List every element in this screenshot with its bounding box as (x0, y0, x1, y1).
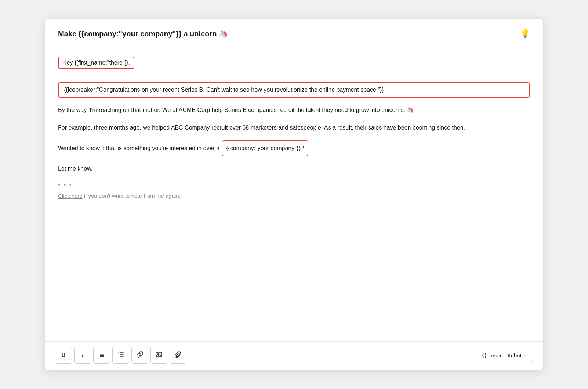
unsubscribe-rest: if you don't want to hear from me again. (83, 193, 181, 199)
image-button[interactable] (150, 347, 167, 364)
bold-icon: B (61, 352, 66, 359)
icebreaker-highlighted-block[interactable]: {{icebreaker:"Congratulations on your re… (58, 82, 530, 98)
insert-attribute-label: Insert attribute (489, 352, 525, 359)
email-editor-modal: Make {{company:"your company"}} a unicor… (44, 18, 544, 371)
let-me-know: Let me know. (58, 164, 530, 174)
paragraph-2: For example, three months ago, we helped… (58, 123, 530, 133)
bullet-list-icon: ≡ (99, 351, 104, 360)
unsubscribe-line: Click here if you don't want to hear fro… (58, 193, 530, 199)
attachment-button[interactable] (170, 347, 186, 364)
svg-point-7 (157, 353, 159, 355)
email-toolbar: B I ≡ 1 2 3 (45, 341, 543, 370)
email-body: Hey {[first_name:"there"]}, {{icebreaker… (45, 46, 543, 335)
image-icon (155, 351, 163, 360)
greeting-highlighted-block[interactable]: Hey {[first_name:"there"]}, (58, 57, 134, 69)
modal-title: Make {{company:"your company"}} a unicor… (58, 29, 228, 38)
italic-button[interactable]: I (74, 347, 91, 364)
ellipsis: • • • (58, 181, 530, 189)
insert-attribute-button[interactable]: {} Insert attribute (474, 348, 533, 363)
numbered-list-button[interactable]: 1 2 3 (112, 347, 129, 364)
attachment-icon (174, 351, 182, 360)
italic-icon: I (82, 352, 83, 359)
greeting-text: Hey {[first_name:"there"]}, (62, 59, 130, 66)
svg-text:3: 3 (118, 355, 119, 357)
company-text: {{company:"your company"}}? (226, 145, 304, 151)
paragraph-1: By the way, I'm reaching on that matter.… (58, 105, 530, 115)
wanted-line: Wanted to know if that is something you'… (58, 140, 530, 156)
toolbar-formatting-buttons: B I ≡ 1 2 3 (55, 347, 186, 364)
insert-attribute-icon: {} (482, 352, 486, 359)
company-highlighted-block[interactable]: {{company:"your company"}}? (222, 140, 308, 156)
bullet-list-button[interactable]: ≡ (93, 347, 110, 364)
numbered-list-icon: 1 2 3 (117, 351, 124, 360)
bold-button[interactable]: B (55, 347, 72, 364)
lightbulb-icon[interactable]: 💡 (520, 29, 530, 39)
icebreaker-text: {{icebreaker:"Congratulations on your re… (64, 87, 384, 93)
link-icon (136, 351, 144, 360)
unsubscribe-link[interactable]: Click here (58, 193, 83, 199)
wanted-prefix: Wanted to know if that is something you'… (58, 143, 219, 153)
link-button[interactable] (131, 347, 148, 364)
modal-header: Make {{company:"your company"}} a unicor… (45, 19, 543, 46)
